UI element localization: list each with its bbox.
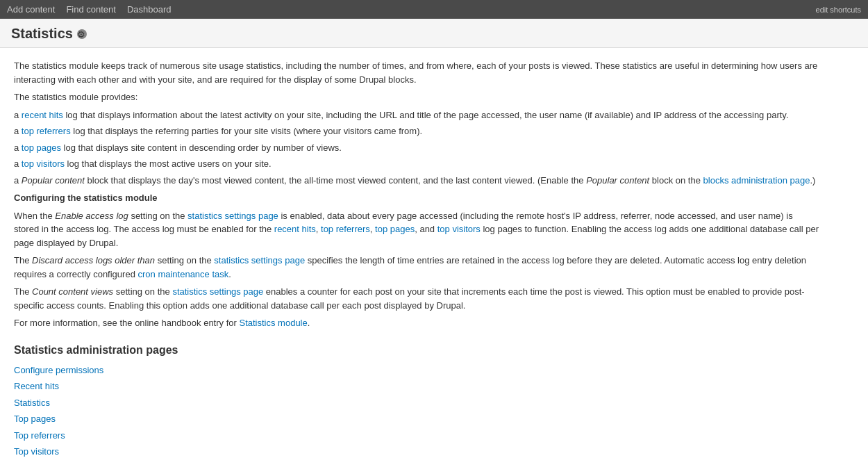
stats-settings-link-1[interactable]: statistics settings page: [187, 211, 278, 221]
config-paragraph-1: When the Enable access log setting on th…: [14, 209, 819, 250]
find-content-link[interactable]: Find content: [66, 4, 116, 15]
top-pages-config-link[interactable]: top pages: [375, 224, 415, 234]
top-navigation: Add content Find content Dashboard edit …: [0, 0, 868, 19]
list-item-recent-hits: a recent hits log that displays informat…: [14, 108, 819, 122]
handbook-paragraph: For more information, see the online han…: [14, 316, 819, 330]
stats-settings-link-3[interactable]: statistics settings page: [172, 286, 263, 297]
edit-shortcuts-link[interactable]: edit shortcuts: [816, 6, 861, 14]
top-visitors-inline-link[interactable]: top visitors: [22, 158, 65, 169]
top-visitors-config-link[interactable]: top visitors: [437, 224, 481, 234]
intro-paragraph-1: The statistics module keeps track of num…: [14, 59, 819, 86]
list-item-top-referrers-admin: Top referrers: [14, 429, 819, 443]
statistics-module-handbook-link[interactable]: Statistics module: [239, 318, 307, 328]
nav-links: Add content Find content Dashboard: [7, 4, 172, 15]
config-paragraph-3: The Count content views setting on the s…: [14, 285, 819, 312]
list-item-top-referrers: a top referrers log that displays the re…: [14, 124, 819, 138]
list-item-top-pages: a top pages log that displays site conte…: [14, 141, 819, 155]
cron-link[interactable]: cron maintenance task: [137, 269, 228, 279]
top-visitors-admin-link[interactable]: Top visitors: [14, 446, 59, 457]
dashboard-link[interactable]: Dashboard: [127, 4, 172, 15]
list-item-configure-permissions: Configure permissions: [14, 363, 819, 377]
page-header: Statistics ⚙: [0, 19, 868, 48]
admin-links-list: Configure permissions Recent hits Statis…: [14, 363, 819, 459]
recent-hits-inline-link[interactable]: recent hits: [22, 110, 63, 120]
top-referrers-inline-link[interactable]: top referrers: [22, 126, 71, 136]
list-item-top-pages-admin: Top pages: [14, 412, 819, 426]
intro-paragraph-2: The statistics module provides:: [14, 90, 819, 104]
admin-pages-title: Statistics administration pages: [14, 344, 819, 357]
list-item-popular-content: a Popular content block that displays th…: [14, 174, 819, 188]
page-title: Statistics: [11, 26, 73, 42]
configuring-title-paragraph: Configuring the statistics module: [14, 191, 819, 205]
configure-permissions-link[interactable]: Configure permissions: [14, 365, 103, 375]
features-list: a recent hits log that displays informat…: [14, 108, 819, 188]
list-item-statistics-admin: Statistics: [14, 396, 819, 410]
main-content: The statistics module keeps track of num…: [0, 48, 833, 474]
gear-icon[interactable]: ⚙: [77, 29, 87, 39]
recent-hits-config-link[interactable]: recent hits: [274, 224, 316, 234]
top-pages-inline-link[interactable]: top pages: [22, 142, 61, 153]
config-paragraph-2: The Discard access logs older than setti…: [14, 254, 819, 281]
add-content-link[interactable]: Add content: [7, 4, 55, 15]
statistics-admin-link[interactable]: Statistics: [14, 398, 50, 408]
blocks-admin-link[interactable]: blocks administration page: [703, 175, 810, 186]
top-referrers-config-link[interactable]: top referrers: [321, 224, 370, 234]
list-item-top-visitors: a top visitors log that displays the mos…: [14, 157, 819, 171]
recent-hits-admin-link[interactable]: Recent hits: [14, 381, 59, 391]
top-referrers-admin-link[interactable]: Top referrers: [14, 430, 65, 441]
top-pages-admin-link[interactable]: Top pages: [14, 414, 56, 424]
list-item-top-visitors-admin: Top visitors: [14, 445, 819, 459]
stats-settings-link-2[interactable]: statistics settings page: [214, 255, 305, 265]
list-item-recent-hits-admin: Recent hits: [14, 379, 819, 393]
